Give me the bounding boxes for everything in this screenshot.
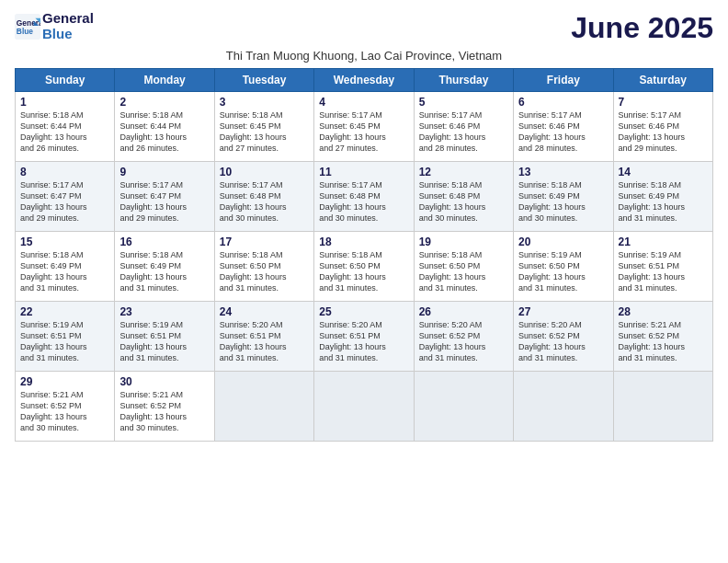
day-info: Sunrise: 5:18 AM Sunset: 6:50 PM Dayligh… [419, 249, 508, 294]
table-row: 4Sunrise: 5:17 AM Sunset: 6:45 PM Daylig… [314, 92, 414, 162]
table-row: 29Sunrise: 5:21 AM Sunset: 6:52 PM Dayli… [16, 372, 115, 442]
table-row [414, 372, 513, 442]
table-row: 18Sunrise: 5:18 AM Sunset: 6:50 PM Dayli… [314, 232, 414, 302]
header-sunday: Sunday [16, 69, 115, 92]
table-row: 10Sunrise: 5:17 AM Sunset: 6:48 PM Dayli… [214, 162, 313, 232]
day-number: 26 [419, 305, 508, 318]
day-info: Sunrise: 5:20 AM Sunset: 6:51 PM Dayligh… [220, 319, 309, 364]
day-info: Sunrise: 5:19 AM Sunset: 6:51 PM Dayligh… [20, 319, 109, 364]
day-number: 27 [518, 305, 608, 318]
day-info: Sunrise: 5:18 AM Sunset: 6:50 PM Dayligh… [220, 249, 309, 294]
table-row: 20Sunrise: 5:19 AM Sunset: 6:50 PM Dayli… [514, 232, 613, 302]
day-number: 3 [220, 96, 309, 109]
day-info: Sunrise: 5:18 AM Sunset: 6:49 PM Dayligh… [20, 249, 109, 294]
table-row: 12Sunrise: 5:18 AM Sunset: 6:48 PM Dayli… [414, 162, 513, 232]
day-info: Sunrise: 5:18 AM Sunset: 6:45 PM Dayligh… [220, 109, 309, 155]
day-info: Sunrise: 5:20 AM Sunset: 6:51 PM Dayligh… [319, 319, 408, 364]
day-number: 9 [119, 166, 209, 178]
logo: General Blue General Blue [15, 11, 94, 41]
day-info: Sunrise: 5:18 AM Sunset: 6:44 PM Dayligh… [119, 109, 209, 155]
day-number: 24 [220, 305, 309, 318]
day-info: Sunrise: 5:20 AM Sunset: 6:52 PM Dayligh… [419, 319, 508, 364]
table-row: 6Sunrise: 5:17 AM Sunset: 6:46 PM Daylig… [514, 92, 613, 162]
table-row: 28Sunrise: 5:21 AM Sunset: 6:52 PM Dayli… [613, 302, 712, 372]
day-info: Sunrise: 5:18 AM Sunset: 6:49 PM Dayligh… [518, 179, 608, 224]
day-info: Sunrise: 5:21 AM Sunset: 6:52 PM Dayligh… [119, 389, 209, 434]
table-row: 30Sunrise: 5:21 AM Sunset: 6:52 PM Dayli… [115, 372, 214, 442]
day-number: 25 [319, 305, 408, 318]
day-info: Sunrise: 5:17 AM Sunset: 6:48 PM Dayligh… [319, 179, 408, 224]
day-info: Sunrise: 5:21 AM Sunset: 6:52 PM Dayligh… [20, 389, 109, 434]
table-row: 24Sunrise: 5:20 AM Sunset: 6:51 PM Dayli… [214, 302, 313, 372]
day-number: 8 [20, 166, 109, 178]
table-row: 13Sunrise: 5:18 AM Sunset: 6:49 PM Dayli… [514, 162, 613, 232]
table-row [214, 372, 313, 442]
day-number: 17 [220, 236, 309, 248]
table-row: 9Sunrise: 5:17 AM Sunset: 6:47 PM Daylig… [115, 162, 214, 232]
table-row: 15Sunrise: 5:18 AM Sunset: 6:49 PM Dayli… [16, 232, 115, 302]
svg-text:Blue: Blue [17, 27, 33, 36]
day-info: Sunrise: 5:20 AM Sunset: 6:52 PM Dayligh… [518, 319, 608, 364]
day-number: 12 [419, 166, 508, 178]
day-info: Sunrise: 5:18 AM Sunset: 6:48 PM Dayligh… [419, 179, 508, 224]
month-title: June 2025 [571, 11, 713, 45]
table-row: 11Sunrise: 5:17 AM Sunset: 6:48 PM Dayli… [314, 162, 414, 232]
day-number: 16 [119, 236, 209, 248]
table-row: 14Sunrise: 5:18 AM Sunset: 6:49 PM Dayli… [613, 162, 712, 232]
table-row: 3Sunrise: 5:18 AM Sunset: 6:45 PM Daylig… [214, 92, 313, 162]
day-number: 10 [220, 166, 309, 178]
header-tuesday: Tuesday [214, 69, 313, 92]
calendar-body: 1Sunrise: 5:18 AM Sunset: 6:44 PM Daylig… [16, 92, 713, 442]
day-info: Sunrise: 5:18 AM Sunset: 6:49 PM Dayligh… [119, 249, 209, 294]
day-number: 21 [619, 236, 708, 248]
day-number: 2 [119, 96, 209, 109]
day-info: Sunrise: 5:17 AM Sunset: 6:47 PM Dayligh… [119, 179, 209, 224]
day-info: Sunrise: 5:17 AM Sunset: 6:46 PM Dayligh… [518, 109, 608, 155]
day-info: Sunrise: 5:19 AM Sunset: 6:51 PM Dayligh… [619, 249, 708, 294]
subtitle: Thi Tran Muong Khuong, Lao Cai Province,… [15, 49, 713, 63]
logo-line2: Blue [42, 27, 94, 42]
table-row: 8Sunrise: 5:17 AM Sunset: 6:47 PM Daylig… [16, 162, 115, 232]
day-number: 14 [619, 166, 708, 178]
table-row: 2Sunrise: 5:18 AM Sunset: 6:44 PM Daylig… [115, 92, 214, 162]
table-row: 21Sunrise: 5:19 AM Sunset: 6:51 PM Dayli… [613, 232, 712, 302]
table-row: 19Sunrise: 5:18 AM Sunset: 6:50 PM Dayli… [414, 232, 513, 302]
day-info: Sunrise: 5:18 AM Sunset: 6:50 PM Dayligh… [319, 249, 408, 294]
day-number: 7 [619, 96, 708, 109]
table-row [613, 372, 712, 442]
day-info: Sunrise: 5:17 AM Sunset: 6:46 PM Dayligh… [619, 109, 708, 155]
day-info: Sunrise: 5:18 AM Sunset: 6:49 PM Dayligh… [619, 179, 708, 224]
day-info: Sunrise: 5:19 AM Sunset: 6:50 PM Dayligh… [518, 249, 608, 294]
table-row: 1Sunrise: 5:18 AM Sunset: 6:44 PM Daylig… [16, 92, 115, 162]
table-row: 23Sunrise: 5:19 AM Sunset: 6:51 PM Dayli… [115, 302, 214, 372]
logo-line1: General [42, 11, 94, 27]
day-info: Sunrise: 5:21 AM Sunset: 6:52 PM Dayligh… [619, 319, 708, 364]
day-number: 20 [518, 236, 608, 248]
table-row: 25Sunrise: 5:20 AM Sunset: 6:51 PM Dayli… [314, 302, 414, 372]
day-number: 28 [619, 305, 708, 318]
calendar-table: Sunday Monday Tuesday Wednesday Thursday… [15, 68, 713, 442]
day-info: Sunrise: 5:17 AM Sunset: 6:45 PM Dayligh… [319, 109, 408, 155]
header-friday: Friday [514, 69, 613, 92]
day-info: Sunrise: 5:17 AM Sunset: 6:48 PM Dayligh… [220, 179, 309, 224]
page: General Blue General Blue June 2025 Thi … [0, 0, 728, 563]
day-info: Sunrise: 5:17 AM Sunset: 6:47 PM Dayligh… [20, 179, 109, 224]
calendar-header: Sunday Monday Tuesday Wednesday Thursday… [16, 69, 713, 92]
day-number: 23 [119, 305, 209, 318]
day-number: 1 [20, 96, 109, 109]
table-row: 7Sunrise: 5:17 AM Sunset: 6:46 PM Daylig… [613, 92, 712, 162]
table-row: 16Sunrise: 5:18 AM Sunset: 6:49 PM Dayli… [115, 232, 214, 302]
header-wednesday: Wednesday [314, 69, 414, 92]
table-row: 5Sunrise: 5:17 AM Sunset: 6:46 PM Daylig… [414, 92, 513, 162]
day-number: 4 [319, 96, 408, 109]
header-thursday: Thursday [414, 69, 513, 92]
day-info: Sunrise: 5:18 AM Sunset: 6:44 PM Dayligh… [20, 109, 109, 155]
day-number: 6 [518, 96, 608, 109]
table-row: 17Sunrise: 5:18 AM Sunset: 6:50 PM Dayli… [214, 232, 313, 302]
table-row [514, 372, 613, 442]
table-row [314, 372, 414, 442]
day-number: 19 [419, 236, 508, 248]
day-info: Sunrise: 5:17 AM Sunset: 6:46 PM Dayligh… [419, 109, 508, 155]
day-number: 30 [119, 375, 209, 388]
header-monday: Monday [115, 69, 214, 92]
